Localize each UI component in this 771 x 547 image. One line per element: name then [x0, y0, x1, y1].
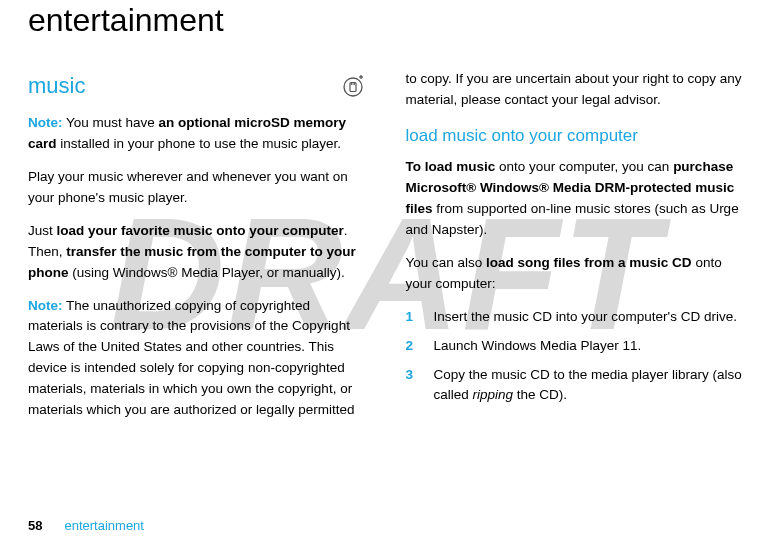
footer-text: entertainment: [64, 518, 144, 533]
bold-text: load song files from a music CD: [486, 255, 692, 270]
note-label: Note:: [28, 298, 63, 313]
svg-point-0: [344, 78, 362, 96]
list-item: 2 Launch Windows Media Player 11.: [406, 336, 744, 357]
sd-card-icon: [340, 73, 366, 99]
music-heading: music: [28, 69, 85, 103]
text: (using Windows® Media Player, or manuall…: [69, 265, 345, 280]
page-content: entertainment music: [0, 0, 771, 453]
text: the CD).: [513, 387, 567, 402]
list-text: Copy the music CD to the media player li…: [434, 365, 744, 407]
list-text: Insert the music CD into your computer's…: [434, 307, 744, 328]
load-music-heading: load music onto your computer: [406, 123, 744, 149]
right-column: to copy. If you are uncertain about your…: [406, 69, 744, 433]
bold-text: load your favorite music onto your compu…: [57, 223, 344, 238]
note-paragraph-1: Note: You must have an optional microSD …: [28, 113, 366, 155]
music-heading-row: music: [28, 69, 366, 103]
text: You must have: [63, 115, 159, 130]
list-number: 3: [406, 365, 434, 407]
list-number: 1: [406, 307, 434, 328]
footer: 58entertainment: [28, 518, 144, 533]
italic-text: ripping: [473, 387, 514, 402]
text: You can also: [406, 255, 487, 270]
list-text: Launch Windows Media Player 11.: [434, 336, 744, 357]
list-item: 1 Insert the music CD into your computer…: [406, 307, 744, 328]
note-paragraph-2: Note: The unauthorized copying of copyri…: [28, 296, 366, 422]
list-number: 2: [406, 336, 434, 357]
text: installed in your phone to use the music…: [57, 136, 341, 151]
bold-text: To load music: [406, 159, 496, 174]
page-number: 58: [28, 518, 42, 533]
list-item: 3 Copy the music CD to the media player …: [406, 365, 744, 407]
paragraph: To load music onto your computer, you ca…: [406, 157, 744, 241]
paragraph: Play your music wherever and whenever yo…: [28, 167, 366, 209]
page-title: entertainment: [28, 0, 743, 39]
left-column: music Note: You: [28, 69, 366, 433]
paragraph: Just load your favorite music onto your …: [28, 221, 366, 284]
paragraph: You can also load song files from a musi…: [406, 253, 744, 295]
note-label: Note:: [28, 115, 63, 130]
text: Just: [28, 223, 57, 238]
columns: music Note: You: [28, 69, 743, 433]
text: The unauthorized copying of copyrighted …: [28, 298, 354, 418]
paragraph: to copy. If you are uncertain about your…: [406, 69, 744, 111]
text: from supported on-line music stores (suc…: [406, 201, 739, 237]
text: onto your computer, you can: [495, 159, 673, 174]
